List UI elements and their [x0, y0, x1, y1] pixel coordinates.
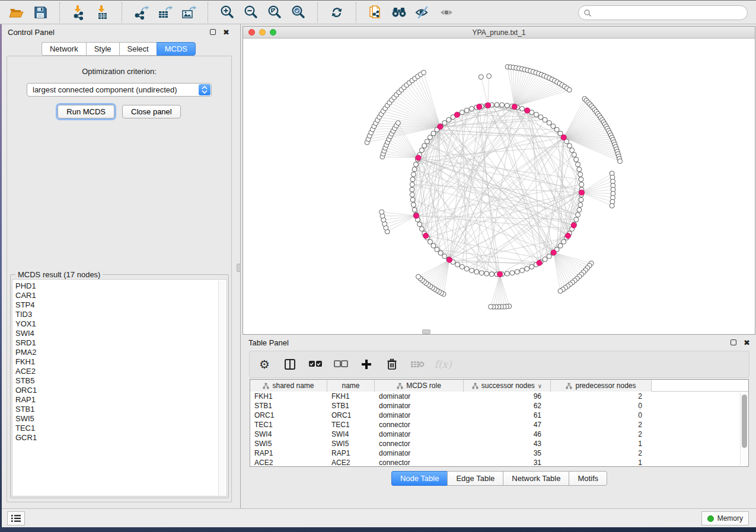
table-row[interactable]: ORC1ORC1dominator610 [250, 411, 748, 420]
zoom-out-button[interactable] [239, 2, 263, 23]
zoom-selected-button[interactable] [286, 2, 310, 23]
column-header-successor-nodes[interactable]: successor nodes∨ [464, 380, 551, 392]
mcds-node-item[interactable]: FKH1 [15, 357, 227, 367]
select-all-icon [308, 360, 323, 368]
table-cell: dominator [375, 401, 464, 411]
open-file-button[interactable] [5, 2, 28, 23]
apply-function-button[interactable]: f(x) [435, 355, 451, 373]
column-header-MCDS-role[interactable]: MCDS role [375, 380, 464, 392]
mcds-node-item[interactable]: STB5 [15, 376, 227, 386]
table-cell: 35 [464, 448, 551, 458]
memory-status-icon [707, 515, 714, 522]
zoom-out-icon [243, 5, 259, 20]
network-window-titlebar[interactable]: YPA_prune.txt_1 [243, 27, 755, 39]
memory-button[interactable]: Memory [701, 511, 749, 525]
splitter-grip[interactable] [237, 264, 241, 272]
mcds-node-item[interactable]: RAP1 [15, 395, 227, 405]
mcds-node-item[interactable]: PHD1 [15, 281, 227, 291]
table-cell: 1 [551, 458, 652, 467]
search-network-button[interactable] [387, 2, 411, 23]
tab-motifs[interactable]: Motifs [569, 471, 607, 486]
delete-row-button[interactable] [384, 355, 400, 373]
criterion-select[interactable]: largest connected component (undirected) [27, 83, 212, 97]
save-session-button[interactable] [28, 2, 52, 23]
export-image-button[interactable] [177, 2, 200, 23]
table-toolbar: ⚙ [249, 351, 749, 378]
import-table-button[interactable] [91, 2, 114, 23]
network-search-input[interactable] [578, 5, 748, 20]
export-network-button[interactable] [129, 2, 153, 23]
table-row[interactable]: FKH1FKH1dominator962 [250, 392, 748, 401]
table-scrollbar[interactable] [740, 393, 748, 465]
attribute-icon [263, 383, 269, 389]
table-settings-button[interactable]: ⚙ [257, 355, 272, 373]
column-label: MCDS role [406, 382, 441, 390]
column-header-name[interactable]: name [327, 380, 375, 392]
table-cell: 46 [464, 430, 551, 439]
table-row[interactable]: SWI4SWI4dominator462 [250, 430, 748, 439]
tab-edge-table[interactable]: Edge Table [447, 471, 503, 486]
refresh-view-button[interactable] [325, 2, 349, 23]
mcds-node-item[interactable]: ORC1 [15, 386, 227, 395]
show-graphics-details-button[interactable] [435, 2, 458, 23]
table-scrollbar-thumb[interactable] [742, 395, 747, 448]
mcds-node-item[interactable]: PMA2 [15, 348, 227, 357]
network-canvas[interactable] [243, 39, 755, 334]
mcds-node-item[interactable]: TID3 [15, 310, 227, 319]
run-mcds-button[interactable]: Run MCDS [58, 105, 114, 118]
vertical-splitter[interactable] [235, 24, 243, 508]
zoom-fit-button[interactable] [263, 2, 286, 23]
close-table-panel-icon[interactable]: ✖ [744, 338, 750, 347]
tab-network-table[interactable]: Network Table [503, 471, 569, 486]
add-row-button[interactable] [359, 355, 374, 373]
column-header-predecessor-nodes[interactable]: predecessor nodes [551, 380, 652, 392]
mcds-list-scrollbar[interactable] [218, 280, 226, 495]
show-columns-button[interactable] [282, 355, 298, 373]
import-network-button[interactable] [67, 2, 91, 23]
eye-slash-icon [414, 5, 431, 20]
table-row[interactable]: SWI5SWI5connector431 [250, 439, 748, 448]
table-cell: connector [375, 439, 464, 448]
tab-mcds[interactable]: MCDS [157, 42, 196, 56]
tab-style[interactable]: Style [86, 42, 119, 56]
float-panel-icon[interactable] [210, 29, 216, 35]
table-row[interactable]: RAP1RAP1dominator352 [250, 448, 748, 458]
mcds-result-list[interactable]: PHD1CAR1STP4TID3YOX1SWI4SRD1PMA2FKH1ACE2… [12, 279, 227, 496]
close-panel-button[interactable]: Close panel [122, 105, 181, 118]
mcds-node-item[interactable]: STB1 [15, 405, 227, 414]
mcds-node-item[interactable]: SWI5 [15, 414, 227, 424]
mcds-node-item[interactable]: SRD1 [15, 338, 227, 348]
table-cell: TEC1 [250, 420, 327, 430]
table-cell: dominator [375, 448, 464, 458]
mcds-node-item[interactable]: ACE2 [15, 367, 227, 376]
mcds-node-item[interactable]: CAR1 [15, 291, 227, 300]
table-cell: SWI5 [327, 439, 375, 448]
table-cell: dominator [375, 430, 464, 439]
table-row[interactable]: ACE2ACE2connector311 [250, 458, 748, 467]
mcds-node-item[interactable]: TEC1 [15, 424, 227, 433]
zoom-in-button[interactable] [215, 2, 239, 23]
tab-select[interactable]: Select [119, 42, 157, 56]
float-table-panel-icon[interactable] [731, 339, 736, 345]
export-table-button[interactable] [153, 2, 177, 23]
column-label: name [342, 382, 359, 390]
hide-graphics-details-button[interactable] [411, 2, 435, 23]
close-panel-icon[interactable]: ✖ [223, 28, 229, 37]
select-all-button[interactable] [308, 355, 323, 373]
clone-network-button[interactable] [363, 2, 387, 23]
table-panel: Table Panel ✖ ⚙ [243, 335, 756, 508]
table-row[interactable]: TEC1TEC1connector472 [250, 420, 748, 430]
mcds-node-item[interactable]: SWI4 [15, 329, 227, 338]
mcds-node-item[interactable]: YOX1 [15, 319, 227, 329]
column-header-shared-name[interactable]: shared name [250, 380, 327, 392]
tab-node-table[interactable]: Node Table [391, 471, 448, 486]
mcds-node-item[interactable]: STP4 [15, 300, 227, 310]
mcds-node-item[interactable]: GCR1 [15, 433, 227, 443]
horizontal-splitter-grip[interactable] [422, 329, 430, 334]
delete-column-button[interactable] [410, 355, 425, 373]
unselect-all-button[interactable] [333, 355, 349, 373]
tab-network[interactable]: Network [42, 42, 86, 56]
task-history-button[interactable] [7, 511, 25, 525]
table-cell: SWI4 [250, 430, 327, 439]
table-row[interactable]: STB1STB1dominator620 [250, 401, 748, 411]
